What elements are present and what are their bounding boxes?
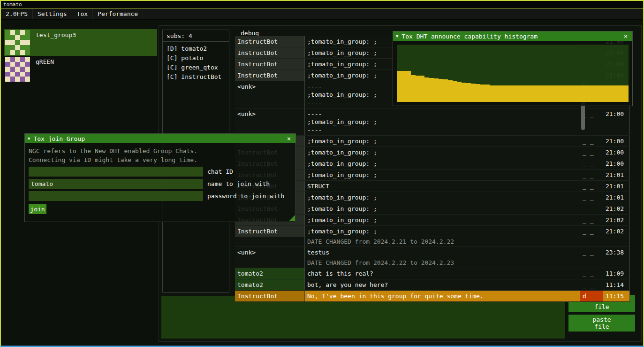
message-status-flags: _ _: [580, 170, 603, 180]
message-time: 11:15: [603, 291, 630, 301]
avatar-pixel: [5, 72, 10, 77]
histogram-bar: [568, 85, 573, 102]
fps-counter: 2.0FPS: [1, 8, 33, 19]
avatar-pixel: [5, 40, 10, 45]
histogram-bar: [406, 71, 411, 102]
os-titlebar[interactable]: tomato: [1, 1, 643, 8]
message-text: bot, are you new here?: [305, 279, 580, 290]
menu-item-settings[interactable]: Settings: [33, 8, 72, 19]
avatar-pixel: [10, 45, 15, 50]
avatar-pixel: [10, 50, 15, 55]
message-row[interactable]: tomato2bot, are you new here?_ _11:14: [235, 279, 630, 291]
member-item[interactable]: [D] tomato2: [163, 44, 229, 54]
join-input-name-to-join-with[interactable]: tomato: [29, 179, 203, 189]
avatar-pixel: [25, 50, 30, 55]
message-row[interactable]: tomato2chat is this real?_ _11:09: [235, 268, 630, 279]
sender-name: <unk>: [235, 108, 305, 135]
join-input-label: password to join with: [207, 193, 284, 200]
avatar-pixel: [20, 40, 25, 45]
message-status-flags: _ _: [580, 268, 603, 279]
histogram-bar: [591, 85, 596, 102]
message-row[interactable]: <unk>---- ;tomato_in_group: ; ----_ _21:…: [235, 108, 630, 136]
message-time: 21:00: [603, 108, 630, 135]
join-window-titlebar[interactable]: ▼ Tox join Group ×: [25, 134, 295, 143]
window-title: tomato: [3, 1, 22, 8]
avatar-pixel: [10, 35, 15, 40]
histogram-bar: [402, 71, 406, 102]
group-avatar: [5, 57, 30, 82]
resize-grip[interactable]: [289, 215, 295, 221]
avatar-pixel: [25, 72, 30, 77]
histogram-bar: [499, 85, 503, 102]
paste-file-button[interactable]: paste file: [568, 315, 635, 332]
group-avatar: [5, 30, 30, 55]
message-row[interactable]: InstructBot;tomato_in_group: ;_ _21:02: [235, 226, 630, 237]
histogram-bar: [457, 82, 462, 102]
group-item-gREEN[interactable]: gREEN: [4, 56, 157, 83]
histogram-bar: [559, 85, 564, 102]
histogram-plot: [397, 45, 629, 102]
avatar-pixel: [20, 50, 25, 55]
member-item[interactable]: [C] potato: [163, 54, 229, 63]
histogram-bar: [605, 85, 610, 102]
message-time: 21:00: [603, 147, 630, 158]
histogram-bar: [434, 78, 439, 102]
message-status-flags: _ _: [580, 158, 603, 169]
avatar-pixel: [25, 35, 30, 40]
avatar-pixel: [5, 30, 10, 35]
join-input-password-to-join-with[interactable]: [29, 191, 203, 201]
message-time: 11:09: [603, 268, 630, 279]
histogram-bar: [564, 85, 568, 102]
avatar-pixel: [15, 57, 20, 62]
menu-item-performance[interactable]: Performance: [93, 8, 143, 19]
histogram-window-titlebar[interactable]: ▼ Tox DHT announce capability histogram …: [393, 31, 632, 41]
join-input-label: chat ID: [207, 168, 233, 175]
histogram-bar: [573, 85, 577, 102]
app-window: tomato 2.0FPS SettingsToxPerformance tes…: [0, 0, 644, 347]
avatar-pixel: [20, 57, 25, 62]
message-text: No, I've been in this group for quite so…: [305, 291, 580, 301]
close-icon[interactable]: ×: [622, 32, 629, 40]
message-text: ;tomato_in_group: ;: [305, 147, 580, 158]
group-item-test_group3[interactable]: test_group3: [4, 29, 157, 56]
avatar-pixel: [20, 62, 25, 67]
date-row[interactable]: DATE CHANGED from 2024.2.21 to 2024.2.22: [235, 237, 630, 247]
collapse-arrow-icon[interactable]: ▼: [28, 136, 30, 141]
date-row[interactable]: DATE CHANGED from 2024.2.22 to 2024.2.23: [235, 258, 630, 268]
histogram-bar: [614, 85, 619, 102]
avatar-pixel: [15, 30, 20, 35]
close-icon[interactable]: ×: [285, 135, 293, 142]
member-item[interactable]: [C] InstructBot: [163, 72, 229, 82]
message-status-flags: _ _: [580, 247, 603, 258]
avatar-pixel: [25, 57, 30, 62]
member-item[interactable]: [C] green_qtox: [163, 63, 229, 72]
message-status-flags: [580, 237, 603, 247]
avatar-pixel: [10, 72, 15, 77]
histogram-bar: [471, 84, 476, 102]
collapse-arrow-icon[interactable]: ▼: [396, 34, 398, 39]
message-text: testus: [305, 247, 580, 258]
message-time: 11:14: [603, 279, 630, 290]
message-time: 21:00: [603, 136, 630, 147]
message-text: ---- ;tomato_in_group: ; ----: [305, 108, 580, 135]
message-text: ;tomato_in_group: ;: [305, 192, 580, 203]
chat-input[interactable]: [161, 296, 566, 339]
avatar-pixel: [10, 57, 15, 62]
avatar-pixel: [15, 77, 20, 82]
join-group-window: ▼ Tox join Group × NGC refers to the New…: [24, 133, 296, 222]
message-row[interactable]: InstructBotNo, I've been in this group f…: [235, 291, 630, 302]
avatar-pixel: [25, 30, 30, 35]
sender-name: tomato2: [235, 268, 305, 279]
menu-item-tox[interactable]: Tox: [72, 8, 93, 19]
message-status-flags: _ _: [580, 215, 603, 225]
message-row[interactable]: <unk>testus_ _23:38: [235, 247, 630, 258]
join-button[interactable]: join: [29, 204, 46, 214]
histogram-window-title: Tox DHT announce capability histogram: [402, 33, 622, 40]
avatar-pixel: [5, 57, 10, 62]
join-fields: chat IDtomatoname to join withpassword t…: [25, 167, 295, 201]
sender-name: InstructBot: [235, 47, 305, 58]
message-status-flags: [580, 258, 603, 268]
join-input-chat-ID[interactable]: [29, 167, 203, 177]
dht-histogram-window: ▼ Tox DHT announce capability histogram …: [393, 31, 633, 106]
message-text: DATE CHANGED from 2024.2.22 to 2024.2.23: [305, 258, 580, 268]
